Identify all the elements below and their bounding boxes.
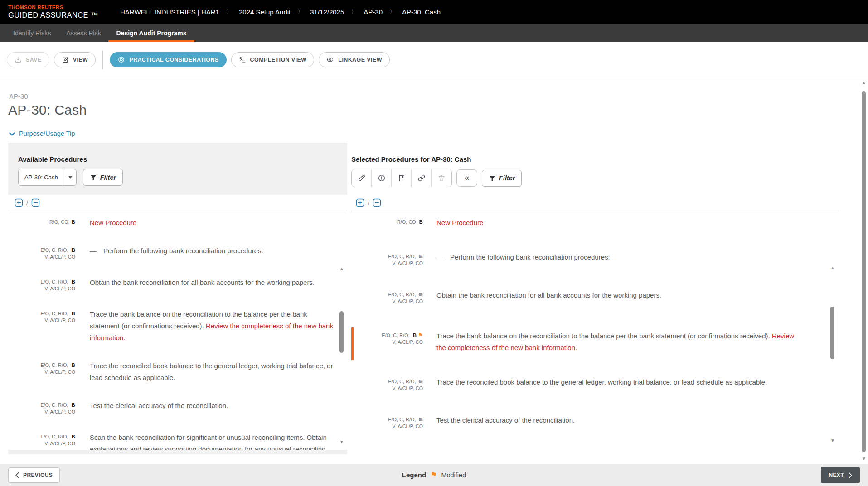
flag-icon — [398, 174, 406, 183]
overlapping-circles-icon — [326, 56, 334, 63]
assertion-tag-b: B — [72, 279, 75, 284]
next-label: NEXT — [829, 472, 844, 478]
link-procedure-button[interactable] — [412, 169, 432, 187]
triangle-down-icon[interactable]: ▼ — [339, 439, 344, 445]
expand-separator: / — [26, 199, 28, 207]
assertion-tags: E/O, C, R/O, BV, A/CL/P, CO — [364, 251, 423, 267]
selected-scrollbar-track[interactable] — [829, 271, 836, 438]
triangle-up-icon[interactable]: ▲ — [830, 265, 835, 271]
next-button[interactable]: NEXT — [821, 467, 860, 483]
available-filter-button[interactable]: Filter — [83, 169, 123, 186]
practical-considerations-button[interactable]: PRACTICAL CONSIDERATIONS — [110, 52, 226, 67]
selected-procedures-title: Selected Procedures for AP-30: Cash — [351, 155, 471, 163]
assertion-tags-line2: V, A/CL/P, CO — [22, 440, 75, 447]
procedure-row[interactable]: R/O, CO BNew Procedure — [351, 217, 811, 229]
procedure-row[interactable]: E/O, C, R/O, BV, A/CL/P, COScan the bank… — [8, 432, 335, 450]
caret-down-icon[interactable] — [64, 169, 76, 185]
selected-scrollbar: ▲ ▼ — [829, 265, 836, 444]
expand-all-button[interactable] — [15, 198, 23, 207]
page-code: AP-30 — [9, 92, 28, 100]
procedure-text: Trace the reconciled book balance to the… — [90, 360, 335, 384]
expand-separator: / — [368, 199, 369, 207]
procedure-row[interactable]: E/O, C, R/O, BV, A/CL/P, COTrace the ban… — [8, 308, 335, 344]
available-scrollbar: ▲ ▼ — [339, 266, 345, 445]
purpose-usage-tip-toggle[interactable]: Purpose/Usage Tip — [9, 130, 75, 137]
assertion-tags: E/O, C, R/O, BV, A/CL/P, CO — [364, 289, 423, 305]
procedure-row[interactable]: E/O, C, R/O, BV, A/CL/P, COTrace the rec… — [351, 376, 811, 392]
assertion-tags-line1: E/O, C, R/O, B — [22, 402, 75, 409]
triangle-down-icon[interactable]: ▼ — [830, 438, 835, 444]
assertion-tags-line1: E/O, C, R/O, B — [22, 247, 75, 254]
save-button[interactable]: SAVE — [7, 52, 49, 67]
breadcrumb-item[interactable]: 31/12/2025 — [310, 8, 344, 16]
assertion-tags-line2: V, A/CL/P, CO — [364, 298, 423, 305]
brand-line2: GUIDED ASSURANCE ™ — [8, 10, 115, 20]
page-scrollbar-thumb[interactable] — [862, 91, 866, 452]
procedure-row[interactable]: E/O, C, R/O, BV, A/CL/P, COObtain the ba… — [351, 289, 811, 305]
tab-assess-risk[interactable]: Assess Risk — [58, 24, 108, 42]
selected-expand-controls: / — [351, 195, 839, 211]
double-chevron-left-icon: « — [465, 173, 470, 183]
toolbar-divider — [102, 50, 103, 69]
assertion-tags-line2: V, A/CL/P, CO — [22, 254, 75, 260]
selected-filter-button[interactable]: Filter — [482, 170, 522, 187]
procedure-row[interactable]: E/O, C, R/O, BV, A/CL/P, CO—Perform the … — [8, 245, 335, 260]
procedure-text-segment: Trace the bank balance on the reconcilia… — [436, 332, 772, 340]
legend: Legend ⚑ Modified — [402, 471, 466, 479]
available-procedures-controls: AP-30: Cash Filter — [18, 169, 123, 186]
procedure-row[interactable]: E/O, C, R/O, BV, A/CL/P, COObtain the ba… — [8, 277, 335, 292]
procedure-text-segment: Trace the reconciled book balance to the… — [90, 362, 333, 381]
plus-square-icon — [15, 198, 23, 207]
collapse-dash-icon[interactable]: — — [436, 251, 450, 263]
page-scrollbar-track[interactable] — [861, 86, 867, 456]
breadcrumb-item[interactable]: 2024 Setup Audit — [239, 8, 291, 16]
assertion-tag-b: B — [419, 417, 423, 422]
breadcrumb-item[interactable]: AP-30: Cash — [402, 8, 441, 16]
assertion-tag-b: B — [419, 379, 423, 384]
available-scrollbar-thumb[interactable] — [339, 311, 344, 353]
add-procedure-button[interactable] — [372, 169, 392, 187]
procedure-text: Perform the following bank reconciliatio… — [450, 251, 610, 263]
procedure-row[interactable]: R/O, CO BNew Procedure — [8, 217, 335, 229]
completion-view-button[interactable]: COMPLETION VIEW — [231, 52, 315, 67]
procedure-row[interactable]: E/O, C, R/O, BV, A/CL/P, CO—Perform the … — [351, 251, 811, 267]
collapse-all-button[interactable] — [373, 198, 381, 207]
expand-all-button[interactable] — [356, 198, 364, 207]
breadcrumb-item[interactable]: AP-30 — [364, 8, 383, 16]
linkage-view-button[interactable]: LINKAGE VIEW — [319, 52, 389, 67]
funnel-icon — [90, 173, 97, 181]
collapse-panel-button[interactable]: « — [456, 169, 477, 187]
triangle-down-icon[interactable]: ▼ — [862, 456, 866, 462]
assertion-tag-b: B — [72, 434, 75, 439]
assertion-tag-b: B — [72, 311, 75, 316]
flag-procedure-button[interactable] — [392, 169, 412, 187]
chevron-down-icon — [9, 130, 15, 137]
procedure-text: Trace the reconciled book balance to the… — [436, 376, 767, 388]
procedure-row[interactable]: E/O, C, R/O, B⚑V, A/CL/P, COTrace the ba… — [351, 327, 811, 360]
selected-procedures-list-area: / R/O, CO BNew ProcedureE/O, C, R/O, BV,… — [351, 195, 839, 451]
procedure-row[interactable]: E/O, C, R/O, BV, A/CL/P, COTest the cler… — [8, 400, 335, 415]
available-scrollbar-track[interactable] — [339, 272, 345, 439]
collapse-dash-icon[interactable]: — — [90, 245, 103, 257]
procedure-row[interactable]: E/O, C, R/O, BV, A/CL/P, COTrace the rec… — [8, 360, 335, 384]
collapse-all-button[interactable] — [31, 198, 40, 207]
triangle-up-icon[interactable]: ▲ — [339, 266, 344, 272]
assertion-tag-b: B — [72, 247, 75, 253]
edit-procedure-button[interactable] — [352, 169, 372, 187]
program-dropdown[interactable]: AP-30: Cash — [18, 169, 77, 186]
delete-procedure-button[interactable] — [432, 169, 451, 187]
triangle-up-icon[interactable]: ▲ — [862, 80, 866, 86]
assertion-tags-line1: E/O, C, R/O, B — [22, 362, 75, 369]
tab-design-audit-programs[interactable]: Design Audit Programs — [108, 24, 194, 42]
selected-scrollbar-thumb[interactable] — [830, 307, 834, 359]
view-button[interactable]: VIEW — [54, 52, 96, 67]
chain-link-icon — [417, 174, 426, 183]
assertion-tags-line1: E/O, C, R/O, B — [364, 253, 423, 260]
procedure-row[interactable]: E/O, C, R/O, BV, A/CL/P, COTest the cler… — [351, 414, 811, 430]
previous-button[interactable]: PREVIOUS — [8, 467, 60, 483]
tab-identify-risks[interactable]: Identify Risks — [5, 24, 58, 42]
breadcrumb-item[interactable]: HARWELL INDUSTRIES | HAR1 — [120, 8, 219, 16]
view-label: VIEW — [73, 57, 88, 63]
procedure-text-modified: New Procedure — [90, 219, 136, 226]
assertion-tags-line1: E/O, C, R/O, B — [22, 433, 75, 440]
